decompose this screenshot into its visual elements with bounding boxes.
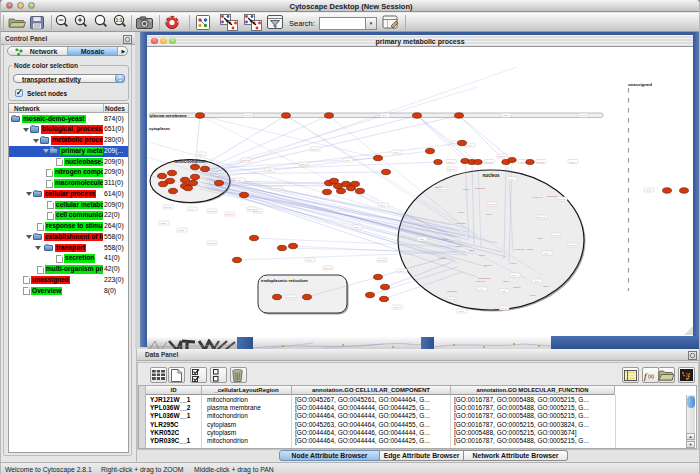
svg-text:Atp-s: Atp-s [645, 189, 652, 192]
svg-text:PGK1: PGK1 [442, 238, 449, 241]
svg-text:Ylr28: Ylr28 [266, 169, 272, 172]
svg-text:PGK1: PGK1 [439, 257, 446, 260]
svg-text:PGK1: PGK1 [486, 213, 493, 216]
svg-text:Gal-p1: Gal-p1 [287, 296, 295, 299]
svg-text:RPL3: RPL3 [456, 245, 463, 248]
svg-text:Atp-s: Atp-s [508, 178, 515, 181]
svg-text:Ybr-x: Ybr-x [393, 151, 400, 154]
svg-text:PGK1: PGK1 [530, 294, 537, 297]
svg-text:Atp-s: Atp-s [543, 252, 550, 255]
svg-text:Gal-p1: Gal-p1 [311, 148, 319, 151]
svg-text:Sec-t2: Sec-t2 [208, 210, 216, 213]
svg-text:Gal-p1: Gal-p1 [226, 213, 234, 216]
svg-text:Atp-s: Atp-s [519, 161, 526, 164]
svg-text:cytoplasm: cytoplasm [149, 126, 170, 131]
svg-text:Gal-p1: Gal-p1 [552, 234, 560, 237]
svg-text:YLR044C: YLR044C [532, 196, 543, 199]
svg-text:Ylr28: Ylr28 [178, 229, 184, 232]
svg-text:Gal-p1: Gal-p1 [537, 161, 545, 164]
svg-text:TEF1: TEF1 [537, 237, 544, 240]
svg-text:Atp-s: Atp-s [353, 226, 360, 229]
svg-text:CDC19: CDC19 [484, 264, 493, 267]
svg-text:RPL3: RPL3 [510, 262, 517, 265]
svg-text:TEF1: TEF1 [543, 285, 550, 288]
svg-text:TEF1: TEF1 [503, 280, 510, 283]
svg-text:(x): (x) [648, 373, 654, 379]
svg-text:Atp-s: Atp-s [381, 114, 388, 117]
svg-text:Ybr-x: Ybr-x [511, 274, 518, 277]
svg-text:RPL3: RPL3 [527, 248, 534, 251]
svg-text:nucleus: nucleus [482, 173, 500, 178]
svg-text:Atp-s: Atp-s [533, 280, 540, 283]
svg-text:Ylr28: Ylr28 [500, 290, 506, 293]
svg-text:Atp-s: Atp-s [447, 161, 454, 164]
svg-text:Atp-s: Atp-s [466, 144, 473, 147]
svg-text:Atp-s: Atp-s [398, 270, 405, 273]
svg-text:TEF1: TEF1 [469, 249, 476, 252]
svg-text:Gal-p1: Gal-p1 [208, 242, 216, 245]
svg-text:Atp-s: Atp-s [379, 204, 386, 207]
svg-text:Atp-s: Atp-s [569, 161, 576, 164]
svg-text:Gal-p1: Gal-p1 [579, 114, 587, 117]
svg-text:Gal-p1: Gal-p1 [485, 161, 493, 164]
svg-text:Sec-t2: Sec-t2 [324, 267, 332, 270]
svg-text:Ylr28: Ylr28 [160, 222, 166, 225]
svg-text:YGR192C: YGR192C [474, 187, 485, 190]
svg-text:Sec-t2: Sec-t2 [242, 159, 250, 162]
svg-text:Ybr-x: Ybr-x [478, 288, 485, 291]
svg-text:Ylr28: Ylr28 [502, 114, 508, 117]
svg-text:CDC19: CDC19 [513, 286, 522, 289]
svg-text:Ybr-x: Ybr-x [197, 153, 204, 156]
svg-text:Gal-p1: Gal-p1 [488, 203, 496, 206]
svg-text:Sec-t2: Sec-t2 [448, 298, 456, 301]
svg-text:YGR192C: YGR192C [446, 290, 457, 293]
svg-text:TEF1: TEF1 [478, 277, 485, 280]
svg-text:Gal-p1: Gal-p1 [273, 187, 281, 190]
svg-text:Gal-p1: Gal-p1 [300, 163, 308, 166]
svg-text:Sec-t2: Sec-t2 [498, 155, 506, 158]
svg-text:Sec-t2: Sec-t2 [248, 208, 256, 211]
svg-text:RPL3: RPL3 [463, 188, 470, 191]
svg-text:Gal-p1: Gal-p1 [244, 114, 252, 117]
svg-text:Atp-s: Atp-s [306, 259, 313, 262]
svg-text:Atp-s: Atp-s [458, 310, 465, 313]
svg-text:CDC19: CDC19 [435, 186, 444, 189]
svg-text:Gal-p1: Gal-p1 [378, 259, 386, 262]
svg-text:mitochondrion: mitochondrion [174, 159, 206, 164]
svg-text:Atp-s: Atp-s [344, 159, 351, 162]
svg-text:endoplasmic reticulum: endoplasmic reticulum [261, 278, 308, 283]
svg-text:Gal-p1: Gal-p1 [500, 307, 508, 310]
svg-text:RPL3: RPL3 [479, 254, 486, 257]
svg-text:Ybr-x: Ybr-x [236, 179, 243, 182]
svg-text:YLR044C: YLR044C [514, 248, 525, 251]
svg-text:Ylr28: Ylr28 [418, 238, 424, 241]
svg-text:1:1: 1:1 [115, 17, 122, 23]
svg-text:Atp-s: Atp-s [188, 208, 195, 211]
svg-text:YGR192C: YGR192C [546, 195, 557, 198]
svg-text:Sec-t2: Sec-t2 [568, 244, 576, 247]
svg-text:YGR192C: YGR192C [455, 222, 466, 225]
svg-text:Gal-p1: Gal-p1 [448, 168, 456, 171]
svg-text:unassigned: unassigned [628, 82, 652, 87]
svg-text:Atp-s: Atp-s [393, 306, 400, 309]
svg-text:Sec-t2: Sec-t2 [558, 198, 566, 201]
svg-text:YLR044C: YLR044C [475, 280, 486, 283]
svg-text:PGK1: PGK1 [458, 211, 465, 214]
svg-text:Sec-t2: Sec-t2 [538, 216, 546, 219]
svg-text:plasma membrane: plasma membrane [150, 113, 187, 118]
svg-text:Gal-p1: Gal-p1 [164, 206, 172, 209]
